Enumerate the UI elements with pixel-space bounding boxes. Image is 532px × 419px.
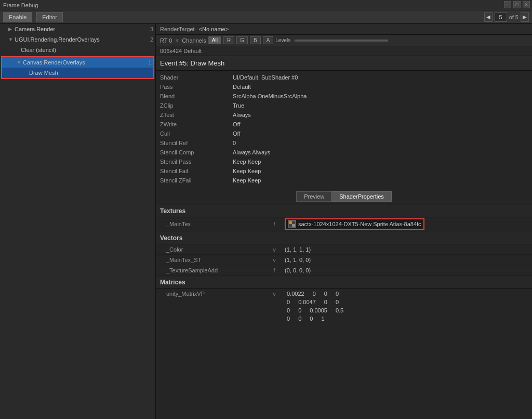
prop-stencil-pass: Stencil Pass Keep Keep <box>160 157 528 166</box>
m13: 0 <box>334 298 341 306</box>
channel-bar: RT 0 ▼ Channels All R G B A Levels <box>156 35 532 46</box>
maintex-row: _MainTex f sactx-1024x1024-DXT <box>156 217 532 231</box>
tree-item-label-canvas: Canvas.RenderOverlays <box>23 59 146 66</box>
maximize-button[interactable]: □ <box>513 1 521 8</box>
nav-prev-button[interactable]: ◀ <box>484 12 493 22</box>
resolution-bar: 006x424 Default <box>156 46 532 56</box>
m22: 0.0005 <box>308 307 329 314</box>
m30: 0 <box>285 315 292 322</box>
texture-sample-name: _TextureSampleAdd <box>160 267 264 273</box>
prop-label-stencil-ref: Stencil Ref <box>160 140 233 146</box>
resolution-text: 006x424 Default <box>160 48 202 54</box>
channel-r-button[interactable]: R <box>223 36 234 44</box>
channel-b-button[interactable]: B <box>250 36 261 44</box>
event-title-text: Event #5: Draw Mesh <box>160 59 224 67</box>
left-panel: ▶ Camera.Render 3 ▼ UGUI.Rendering.Rende… <box>0 24 156 419</box>
m33: 1 <box>319 315 326 322</box>
tree-item-count-canvas: 1 <box>148 59 151 66</box>
m21: 0 <box>296 307 303 314</box>
prop-value-blend: SrcAlpha OneMinusSrcAlpha <box>233 93 307 99</box>
texture-sample-type: f <box>264 267 285 273</box>
render-target-label: RenderTarget <box>160 26 195 32</box>
m20: 0 <box>285 307 292 314</box>
color-type: v <box>264 246 285 253</box>
maintex-name: _MainTex <box>160 221 264 227</box>
tree-item-ugui[interactable]: ▼ UGUI.Rendering.RenderOverlays 2 <box>0 34 155 45</box>
channel-a-button[interactable]: A <box>263 36 274 44</box>
tabs-bar: Preview ShaderProperties <box>156 187 532 204</box>
color-value: (1, 1, 1, 1) <box>285 246 528 253</box>
prop-label-stencil-zfail: Stencil ZFail <box>160 177 233 184</box>
textures-section-header: Textures <box>156 205 532 217</box>
matrix-row: unity_MatrixVP v 0.0022 0 0 0 0 0.0047 0… <box>156 289 532 324</box>
prop-blend: Blend SrcAlpha OneMinusSrcAlpha <box>160 91 528 101</box>
expand-icon-canvas: ▼ <box>17 60 23 65</box>
svg-rect-4 <box>292 221 295 224</box>
m32: 0 <box>308 315 315 322</box>
tree-item-drawmesh[interactable]: Draw Mesh <box>2 68 153 78</box>
main-layout: ▶ Camera.Render 3 ▼ UGUI.Rendering.Rende… <box>0 24 532 419</box>
tab-preview[interactable]: Preview <box>296 191 331 202</box>
prop-value-stencil-zfail: Keep Keep <box>233 177 261 184</box>
prop-value-stencil-comp: Always Always <box>233 149 270 155</box>
prop-value-zwrite: Off <box>233 121 240 127</box>
textures-label: Textures <box>160 207 185 215</box>
channel-g-button[interactable]: G <box>236 36 248 44</box>
matrix-name: unity_MatrixVP <box>160 290 264 297</box>
prop-value-stencil-pass: Keep Keep <box>233 159 261 165</box>
prop-value-pass: Default <box>233 84 251 90</box>
prop-value-shader: UI/Default, SubShader #0 <box>233 74 298 81</box>
prop-label-shader: Shader <box>160 74 233 81</box>
expand-icon-ugui: ▼ <box>8 37 15 42</box>
title-bar: Frame Debug ─ □ ✕ <box>0 0 532 10</box>
tree-item-camera-render[interactable]: ▶ Camera.Render 3 <box>0 24 155 34</box>
m00: 0.0022 <box>285 290 307 297</box>
nav-total-label: of 5 <box>509 14 518 20</box>
texture-value-highlighted[interactable]: sactx-1024x1024-DXT5-New Sprite Atlas-8a… <box>285 218 424 230</box>
levels-slider[interactable] <box>295 40 388 42</box>
maintex-value: sactx-1024x1024-DXT5-New Sprite Atlas-8a… <box>285 218 528 230</box>
editor-button[interactable]: Editor <box>36 12 63 22</box>
vectors-section-header: Vectors <box>156 232 532 244</box>
maintex-texture-name: sactx-1024x1024-DXT5-New Sprite Atlas-8a… <box>298 221 421 227</box>
close-button[interactable]: ✕ <box>523 1 530 8</box>
event-title: Event #5: Draw Mesh <box>156 56 532 71</box>
tree-item-label-drawmesh: Draw Mesh <box>29 70 151 76</box>
render-target-bar: RenderTarget <No name> <box>156 24 532 35</box>
prop-ztest: ZTest Always <box>160 110 528 120</box>
tree-item-clear[interactable]: Clear (stencil) <box>0 45 155 55</box>
svg-point-5 <box>290 222 291 224</box>
selected-group: ▼ Canvas.RenderOverlays 1 Draw Mesh <box>1 56 154 79</box>
minimize-button[interactable]: ─ <box>504 1 511 8</box>
maintex-type: f <box>264 221 285 227</box>
m23: 0.5 <box>334 307 345 314</box>
maintex-st-name: _MainTex_ST <box>160 257 264 263</box>
prop-label-blend: Blend <box>160 93 233 99</box>
prop-value-stencil-ref: 0 <box>233 140 236 146</box>
nav-next-button[interactable]: ▶ <box>521 12 529 22</box>
texture-sample-value: (0, 0, 0, 0) <box>285 267 528 273</box>
tree-item-label-ugui: UGUI.Rendering.RenderOverlays <box>15 36 148 43</box>
prop-value-stencil-fail: Keep Keep <box>233 168 261 174</box>
toolbar: Enable Editor ◀ 5 of 5 ▶ <box>0 10 532 24</box>
channel-all-button[interactable]: All <box>208 36 221 44</box>
nav-current-input[interactable]: 5 <box>495 12 507 22</box>
m12: 0 <box>322 298 329 306</box>
maintex-st-type: v <box>264 257 285 263</box>
m10: 0 <box>285 298 292 306</box>
prop-cull: Cull Off <box>160 129 528 138</box>
texture-preview-icon <box>288 220 296 228</box>
svg-rect-3 <box>289 224 292 227</box>
maintex-st-value: (1, 1, 0, 0) <box>285 257 528 263</box>
m01: 0 <box>311 290 318 297</box>
tab-shader-properties[interactable]: ShaderProperties <box>331 191 392 202</box>
tree-item-label: Camera.Render <box>15 26 148 32</box>
vectors-label: Vectors <box>160 234 182 242</box>
prop-stencil-fail: Stencil Fail Keep Keep <box>160 166 528 176</box>
matrix-type: v <box>264 290 285 297</box>
tree-item-label-clear: Clear (stencil) <box>21 47 153 53</box>
tree-item-canvas[interactable]: ▼ Canvas.RenderOverlays 1 <box>2 57 153 68</box>
enable-button[interactable]: Enable <box>3 12 32 22</box>
title-bar-text: Frame Debug <box>3 2 38 8</box>
texture-sample-row: _TextureSampleAdd f (0, 0, 0, 0) <box>156 265 532 276</box>
